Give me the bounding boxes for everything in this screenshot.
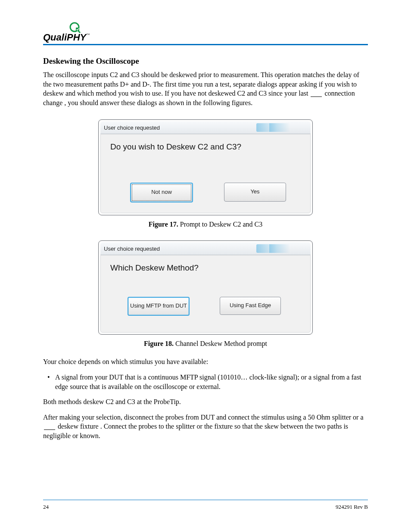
- dialog-buttons: Using MFTP from DUT Using Fast Edge: [110, 297, 301, 316]
- doc-revision: 924291 Rev B: [336, 504, 368, 510]
- dialog-question: Do you wish to Deskew C2 and C3?: [110, 142, 301, 152]
- blank-line: [311, 90, 322, 97]
- dialog-body: Which Deskew Method? Using MFTP from DUT…: [100, 255, 311, 333]
- intro-paragraph: The oscilloscope inputs C2 and C3 should…: [43, 70, 368, 107]
- para-stimulus-intro: Your choice depends on which stimulus yo…: [43, 357, 368, 367]
- page-header: QualiPHY ™: [43, 22, 368, 45]
- dialog-question: Which Deskew Method?: [110, 263, 301, 273]
- dialog-title: User choice requested: [100, 243, 311, 255]
- mftp-button[interactable]: Using MFTP from DUT: [128, 297, 190, 316]
- figure-17-wrap: User choice requested Do you wish to Des…: [43, 119, 368, 215]
- footer-rule: [43, 500, 368, 500]
- qualiphy-logo-icon: QualiPHY ™: [43, 22, 90, 43]
- footer-row: 24 924291 Rev B: [43, 504, 368, 510]
- deskew-method-dialog: User choice requested Which Deskew Metho…: [98, 240, 313, 335]
- not-now-button[interactable]: Not now: [130, 183, 193, 202]
- dialog-buttons: Not now Yes: [110, 183, 301, 202]
- bullet-item: •A signal from your DUT that is a contin…: [43, 373, 368, 391]
- figure-18-caption: Figure 18. Channel Deskew Method prompt: [43, 340, 368, 348]
- para-both-methods: Both methods deskew C2 and C3 at the Pro…: [43, 397, 368, 407]
- svg-rect-1: [76, 28, 79, 31]
- para1-post: , you should answer these dialogs as sho…: [64, 99, 252, 106]
- svg-text:QualiPHY: QualiPHY: [43, 32, 87, 43]
- figure-17-caption: Figure 17. Prompt to Deskew C2 and C3: [43, 221, 368, 228]
- section-title: Deskewing the Oscilloscope: [43, 56, 368, 66]
- dialog-title: User choice requested: [100, 121, 311, 134]
- fast-edge-button[interactable]: Using Fast Edge: [220, 297, 281, 315]
- bullet-text: A signal from your DUT that is a continu…: [55, 373, 361, 390]
- para4-link: deskew fixture: [58, 423, 99, 430]
- para-after-selection: After making your selection, disconnect …: [43, 413, 368, 441]
- figure-text: Channel Deskew Method prompt: [174, 340, 267, 347]
- yes-button[interactable]: Yes: [224, 183, 286, 202]
- page-number: 24: [43, 504, 49, 510]
- figure-label: Figure 17.: [149, 221, 178, 228]
- page: QualiPHY ™ Deskewing the Oscilloscope Th…: [0, 0, 411, 532]
- para4-pre: After making your selection, disconnect …: [43, 414, 364, 421]
- page-footer: 24 924291 Rev B: [43, 500, 368, 510]
- figure-text: Prompt to Deskew C2 and C3: [178, 221, 263, 228]
- svg-text:™: ™: [86, 33, 90, 37]
- blank-line: [44, 423, 55, 430]
- deskew-dialog: User choice requested Do you wish to Des…: [98, 119, 313, 215]
- figure-label: Figure 18.: [144, 340, 174, 347]
- dialog-body: Do you wish to Deskew C2 and C3? Not now…: [100, 134, 311, 213]
- figure-18-wrap: User choice requested Which Deskew Metho…: [43, 240, 368, 335]
- brand-logo: QualiPHY ™: [43, 22, 90, 43]
